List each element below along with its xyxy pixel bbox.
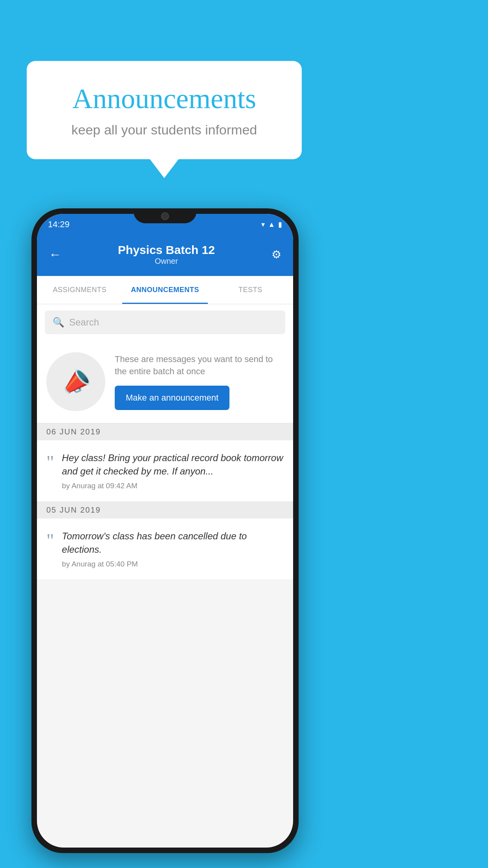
announcement-item-2: " Tomorrow's class has been cancelled du… — [37, 519, 293, 580]
announcement-text-1: Hey class! Bring your practical record b… — [62, 451, 284, 490]
announcement-item-1: " Hey class! Bring your practical record… — [37, 440, 293, 502]
megaphone-icon: 📣 — [57, 364, 95, 400]
settings-button[interactable]: ⚙ — [268, 244, 285, 265]
status-icons: ▾ ▲ ▮ — [261, 220, 282, 229]
header-title: Physics Batch 12 — [65, 243, 268, 257]
search-icon: 🔍 — [53, 317, 64, 328]
announcement-meta-2: by Anurag at 05:40 PM — [62, 560, 284, 568]
header-subtitle: Owner — [65, 257, 268, 266]
back-button[interactable]: ← — [45, 243, 65, 266]
date-separator-2: 05 JUN 2019 — [37, 502, 293, 519]
signal-icon: ▲ — [268, 221, 275, 229]
quote-icon-2: " — [46, 531, 54, 550]
tab-announcements[interactable]: ANNOUNCEMENTS — [122, 276, 207, 304]
status-time: 14:29 — [48, 219, 70, 230]
tab-tests[interactable]: TESTS — [208, 276, 293, 304]
announcement-message-2: Tomorrow's class has been cancelled due … — [62, 530, 284, 556]
search-container: 🔍 Search — [37, 304, 293, 340]
announcement-prompt: 📣 These are messages you want to send to… — [37, 340, 293, 423]
phone-screen: 14:29 ▾ ▲ ▮ ← Physics Batch 12 Owner ⚙ A… — [37, 214, 293, 848]
announcement-right: These are messages you want to send to t… — [115, 353, 284, 410]
tabs-bar: ASSIGNMENTS ANNOUNCEMENTS TESTS — [37, 276, 293, 304]
header-title-area: Physics Batch 12 Owner — [65, 243, 268, 266]
app-header: ← Physics Batch 12 Owner ⚙ — [37, 233, 293, 276]
search-placeholder: Search — [69, 317, 99, 328]
front-camera — [161, 212, 169, 220]
bubble-title: Announcements — [50, 83, 278, 115]
speech-bubble: Announcements keep all your students inf… — [27, 61, 302, 159]
announcement-icon-circle: 📣 — [46, 352, 105, 411]
speech-bubble-container: Announcements keep all your students inf… — [27, 61, 302, 159]
tab-assignments[interactable]: ASSIGNMENTS — [37, 276, 122, 304]
make-announcement-button[interactable]: Make an announcement — [115, 386, 229, 410]
announcement-message-1: Hey class! Bring your practical record b… — [62, 451, 284, 478]
date-separator-1: 06 JUN 2019 — [37, 423, 293, 440]
announcement-meta-1: by Anurag at 09:42 AM — [62, 482, 284, 490]
battery-icon: ▮ — [278, 220, 282, 229]
announcement-description: These are messages you want to send to t… — [115, 353, 284, 378]
search-bar[interactable]: 🔍 Search — [45, 311, 285, 334]
phone-notch — [134, 208, 196, 223]
wifi-icon: ▾ — [261, 220, 265, 229]
announcement-text-2: Tomorrow's class has been cancelled due … — [62, 530, 284, 568]
bubble-subtitle: keep all your students informed — [50, 122, 278, 138]
quote-icon-1: " — [46, 453, 54, 472]
phone-frame: 14:29 ▾ ▲ ▮ ← Physics Batch 12 Owner ⚙ A… — [31, 208, 299, 853]
